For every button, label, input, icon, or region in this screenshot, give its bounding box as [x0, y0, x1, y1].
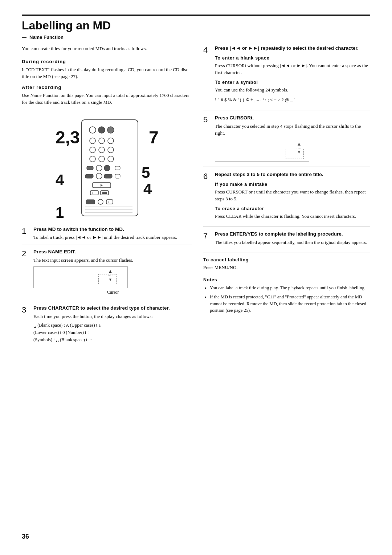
blank-space-section: To enter a blank space Press CURSORt wit…: [215, 56, 370, 76]
svg-point-9: [107, 127, 114, 133]
step-6-title: Repeat steps 3 to 5 to complete the enti…: [215, 171, 370, 178]
step-4: 4 Press |◄◄ or ►►| repeatedly to select …: [203, 45, 370, 110]
step-5-title: Press CURSORt.: [215, 115, 370, 122]
step-5-content: Press CURSORt. The character you selecte…: [215, 115, 370, 163]
note-2: If the MD is record protected, "C11" and…: [210, 294, 370, 314]
svg-rect-32: [102, 192, 107, 194]
cursor-diagram-step2: ▲ ···· ▼: [33, 266, 128, 288]
page-title: Labelling an MD: [22, 15, 370, 32]
notes-section: Notes You can label a track title during…: [203, 277, 370, 314]
svg-rect-33: [86, 200, 95, 204]
cursor-diagram-step5: ▲ ···· ▼: [215, 140, 309, 162]
symbol-body: You can use the following 24 symbols.: [215, 86, 370, 94]
cursor-box2: [286, 149, 304, 159]
step-1-title: Press MD to switch the function to MD.: [33, 226, 192, 233]
svg-point-10: [90, 138, 95, 144]
svg-point-8: [98, 127, 105, 133]
svg-point-13: [90, 147, 95, 153]
svg-text:4: 4: [143, 180, 152, 197]
step-1-content: Press MD to switch the function to MD. T…: [33, 226, 192, 241]
page-number: 36: [22, 533, 29, 540]
step-6-content: Repeat steps 3 to 5 to complete the enti…: [215, 171, 370, 223]
after-recording-section: After recording Use Name Function on thi…: [22, 85, 192, 106]
step-6: 6 Repeat steps 3 to 5 to complete the en…: [203, 171, 370, 227]
step-3-content: Press CHARACTER to select the desired ty…: [33, 305, 192, 343]
step-3-body: Each time you press the button, the disp…: [33, 313, 192, 320]
mistake-section: If you make a mistake Press CURSORT or t…: [215, 182, 370, 203]
step-5: 5 Press CURSORt. The character you selec…: [203, 115, 370, 167]
char-line-1: ␣ (Blank space) t A (Upper cases) t a: [33, 322, 192, 329]
svg-text:+: +: [108, 200, 110, 204]
svg-point-16: [90, 156, 95, 162]
svg-rect-25: [104, 174, 112, 178]
step-1-number: 1: [22, 226, 30, 241]
svg-text:4: 4: [56, 171, 64, 188]
notes-title: Notes: [203, 277, 370, 282]
step-7-number: 7: [203, 231, 211, 249]
step-4-number: 4: [203, 45, 211, 106]
step-6-number: 6: [203, 171, 211, 223]
intro-text: You can create titles for your recorded …: [22, 45, 192, 52]
svg-point-11: [99, 138, 105, 144]
right-column: 4 Press |◄◄ or ►►| repeatedly to select …: [203, 45, 370, 351]
notes-list: You can label a track title during play.…: [203, 285, 370, 314]
cancel-body: Press MENU/NO.: [203, 264, 370, 271]
svg-point-12: [108, 138, 114, 144]
svg-point-21: [104, 165, 110, 171]
svg-point-15: [108, 147, 114, 153]
symbol-heading: To enter a symbol: [215, 80, 370, 85]
step-7-body: The titles you labelled appear sequentia…: [215, 239, 370, 246]
step-4-content: Press |◄◄ or ►►| repeatedly to select th…: [215, 45, 370, 106]
note-1: You can label a track title during play.…: [210, 285, 370, 291]
step-1-body: To label a track, press |◄◄ or ►►| until…: [33, 234, 192, 241]
svg-point-7: [89, 127, 96, 133]
svg-marker-28: [101, 184, 103, 187]
symbol-chars: ! " # $ % & ' ( ) ✲ + , – . / : ; < = > …: [215, 96, 370, 103]
left-column: You can create titles for your recorded …: [22, 45, 192, 351]
step-1: 1 Press MD to switch the function to MD.…: [22, 226, 192, 245]
svg-rect-19: [87, 166, 93, 170]
device-illustration: 2,3 7 5 4 4 1: [22, 113, 192, 220]
erase-section: To erase a character Press CLEAR while t…: [215, 206, 370, 220]
cursor-box: [98, 274, 117, 284]
step-2: 2 Press NAME EDIT. The text input screen…: [22, 249, 192, 301]
svg-text:II: II: [92, 191, 93, 195]
during-recording-section: During recording If "CD TEXT" flashes in…: [22, 59, 192, 80]
during-recording-body: If "CD TEXT" flashes in the display duri…: [22, 66, 192, 80]
step-2-title: Press NAME EDIT.: [33, 249, 192, 256]
svg-point-24: [96, 173, 102, 179]
svg-text:5: 5: [142, 164, 150, 181]
mistake-body: Press CURSORT or t until the character y…: [215, 188, 370, 203]
cursor-label: Cursor: [33, 290, 192, 295]
step-3-number: 3: [22, 305, 30, 343]
svg-rect-23: [85, 174, 93, 178]
blank-space-body: Press CURSORt without pressing |◄◄ or ►►…: [215, 62, 370, 76]
during-recording-heading: During recording: [22, 59, 192, 64]
svg-point-34: [98, 199, 103, 204]
step-7: 7 Press ENTER/YES to complete the labell…: [203, 231, 370, 253]
name-function-label: Name Function: [22, 34, 370, 40]
step-5-number: 5: [203, 115, 211, 163]
step-2-content: Press NAME EDIT. The text input screen a…: [33, 249, 192, 297]
erase-heading: To erase a character: [215, 206, 370, 211]
step-7-title: Press ENTER/YES to complete the labellin…: [215, 231, 370, 238]
svg-point-20: [96, 165, 102, 171]
svg-text:1: 1: [56, 204, 64, 220]
erase-body: Press CLEAR while the character is flash…: [215, 213, 370, 220]
char-line-2: (Lower cases) t 0 (Number) t !: [33, 329, 192, 336]
step-4-title: Press |◄◄ or ►►| repeatedly to select th…: [215, 45, 370, 52]
blank-space-heading: To enter a blank space: [215, 56, 370, 61]
char-line-3: (Symbols) t ␣ (Blank space) t ···: [33, 336, 192, 343]
svg-rect-26: [115, 174, 120, 178]
step-7-content: Press ENTER/YES to complete the labellin…: [215, 231, 370, 249]
step-2-number: 2: [22, 249, 30, 297]
after-recording-heading: After recording: [22, 85, 192, 90]
mistake-heading: If you make a mistake: [215, 182, 370, 187]
step-3: 3 Press CHARACTER to select the desired …: [22, 305, 192, 347]
step-2-body: The text input screen appears, and the c…: [33, 257, 192, 264]
cancel-section: To cancel labelling Press MENU/NO.: [203, 257, 370, 271]
svg-rect-22: [115, 166, 120, 170]
cancel-heading: To cancel labelling: [203, 257, 370, 262]
symbol-section: To enter a symbol You can use the follow…: [215, 80, 370, 103]
svg-point-17: [99, 156, 105, 162]
